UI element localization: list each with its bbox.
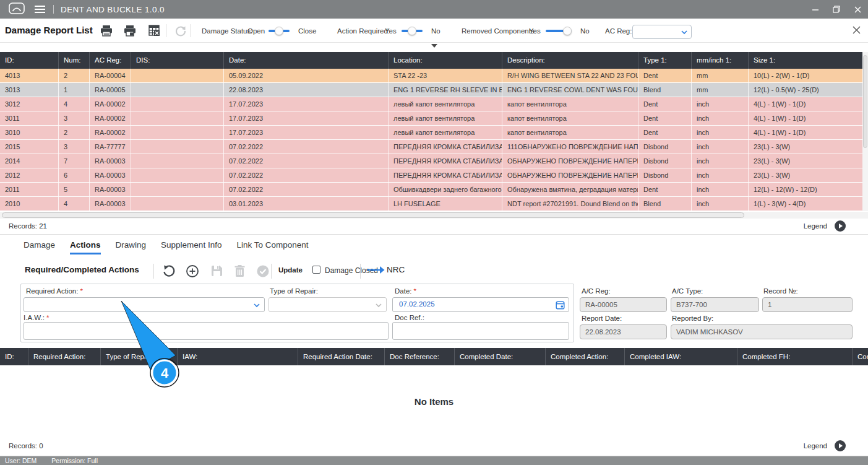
iaw-input[interactable]	[24, 322, 389, 340]
legend-toggle-icon[interactable]	[835, 440, 846, 451]
ac-reg-filter-select[interactable]	[632, 25, 692, 39]
table-cell: 07.02.2022	[224, 154, 389, 168]
table-row[interactable]: 40132RA-0000405.09.2022STA 22 -23R/H WIN…	[0, 69, 868, 83]
table-row[interactable]: 20115RA-0000307.02.2022Обшивкадвери задн…	[0, 183, 868, 197]
table-cell: 4(L) - 1(W) - 1(D)	[749, 111, 868, 125]
table-cell: ENG 1 REVERSE COWL DENT WAS FOUND	[502, 83, 638, 97]
table-row[interactable]: 30124RA-0000217.07.2023левый капот венти…	[0, 97, 868, 111]
table-row[interactable]: 20153RA-7777707.02.2022ПЕРЕДНЯЯ КРОМКА С…	[0, 140, 868, 154]
add-action-icon[interactable]	[186, 264, 199, 280]
legend-toggle-icon[interactable]	[835, 220, 846, 232]
table-cell: inch	[692, 97, 749, 111]
table-cell: inch	[692, 154, 749, 168]
table-cell: 3010	[0, 126, 59, 139]
minimize-button[interactable]	[805, 0, 826, 19]
record-no-field: 1	[762, 297, 853, 312]
app-title: DENT AND BUCKLE 1.0.0	[61, 5, 165, 14]
table-cell: RA-00002	[90, 97, 131, 111]
tab-link-to-component[interactable]: Link To Component	[236, 240, 308, 254]
table-cell: mm	[692, 83, 749, 97]
table-cell: RA-00003	[90, 183, 131, 196]
nrc-button[interactable]: NRC	[387, 265, 405, 274]
delete-icon[interactable]	[234, 264, 246, 280]
table-cell: inch	[692, 111, 749, 125]
tab-drawing[interactable]: Drawing	[116, 240, 147, 254]
table-cell	[131, 168, 224, 182]
table-cell: Disbond	[638, 168, 692, 182]
table-cell: Dent	[638, 183, 692, 196]
table-cell: левый капот вентилятора	[389, 126, 502, 139]
column-header: Location:	[389, 52, 502, 69]
undo-icon[interactable]	[162, 264, 176, 280]
removed-components-toggle[interactable]	[546, 30, 572, 32]
table-cell: 23(L) - 3(W)	[749, 154, 868, 168]
table-row[interactable]: 30102RA-0000217.07.2023левый капот венти…	[0, 126, 868, 140]
table-cell	[131, 83, 224, 97]
print-icon[interactable]	[100, 25, 113, 39]
complete-check-icon[interactable]	[256, 264, 270, 280]
tab-supplement-info[interactable]: Supplement Info	[161, 240, 221, 254]
column-header: Completed Date:	[455, 348, 546, 365]
ac-reg-label: A/C Reg:	[582, 287, 611, 295]
toolbar-divider	[271, 264, 272, 279]
tab-actions[interactable]: Actions	[70, 240, 101, 254]
table-cell: Обнаружена вмятина, деградация материала…	[502, 183, 638, 196]
type-of-repair-select[interactable]	[269, 297, 387, 312]
print-selected-icon[interactable]	[124, 25, 136, 39]
table-cell: 7	[59, 154, 90, 168]
column-header: Type of Repair:	[101, 348, 178, 365]
table-cell: 2012	[0, 168, 59, 182]
table-row[interactable]: 30131RA-0000522.08.2023ENG 1 REVERSE RH …	[0, 83, 868, 97]
tab-damage[interactable]: Damage	[24, 240, 55, 254]
close-panel-icon[interactable]	[853, 25, 861, 37]
collapse-panel-handle[interactable]	[431, 44, 437, 48]
action-required-toggle[interactable]	[402, 30, 423, 32]
nrc-arrow-icon[interactable]	[366, 265, 385, 277]
removed-components-label: Removed Components:	[462, 27, 536, 35]
table-cell: RA-00003	[90, 168, 131, 182]
table-cell: 3011	[0, 111, 59, 125]
table-cell	[131, 140, 224, 154]
table-cell: 3	[59, 140, 90, 154]
table-cell: ОБНАРУЖЕНО ПОВРЕЖДЕНИЕ НАПЕРЕЖНЕЙ...	[502, 168, 638, 182]
table-cell: RA-00002	[90, 126, 131, 139]
table-cell: 22.08.2023	[224, 83, 389, 97]
table-cell: 3012	[0, 97, 59, 111]
export-excel-icon[interactable]	[148, 25, 160, 39]
date-input[interactable]: 07.02.2025	[392, 297, 569, 312]
table-cell: RA-00005	[90, 83, 131, 97]
required-action-select[interactable]	[24, 297, 265, 312]
table-row[interactable]: 30113RA-0000217.07.2023левый капот венти…	[0, 111, 868, 126]
damage-table-footer: Records: 21 Legend	[0, 219, 868, 235]
table-cell: 2014	[0, 154, 59, 168]
calendar-icon[interactable]	[556, 300, 565, 310]
column-header: Doc Reference:	[385, 348, 455, 365]
toolbar-divider	[153, 264, 154, 279]
report-date-label: Report Date:	[582, 315, 622, 322]
table-row[interactable]: 20147RA-0000307.02.2022ПЕРЕДНЯЯ КРОМКА С…	[0, 154, 868, 168]
table-cell: Blend	[638, 197, 692, 211]
table-row[interactable]: 20126RA-0000307.02.2022ПЕРЕДНЯЯ КРОМКА С…	[0, 168, 868, 183]
update-button[interactable]: Update	[278, 266, 303, 274]
damage-closed-checkbox[interactable]	[312, 266, 320, 274]
damage-status-toggle[interactable]	[269, 30, 290, 32]
save-icon[interactable]	[210, 264, 223, 280]
status-permission: Permission: Full	[51, 457, 98, 464]
horizontal-scrollbar[interactable]	[0, 212, 868, 219]
close-window-button[interactable]	[847, 0, 868, 19]
refresh-list-icon[interactable]	[174, 25, 187, 40]
vertical-scrollbar[interactable]	[862, 52, 868, 211]
ac-reg-field: RA-00005	[580, 297, 667, 312]
doc-ref-input[interactable]	[392, 322, 569, 340]
table-cell: левый капот вентилятора	[389, 111, 502, 125]
table-row[interactable]: 20104RA-0000303.01.2023LH FUSELAGENDT re…	[0, 197, 868, 211]
chevron-down-icon	[254, 303, 260, 308]
table-cell: 5	[59, 183, 90, 196]
table-cell	[131, 69, 224, 82]
status-bar: User: DEM Permission: Full	[0, 456, 868, 465]
hamburger-menu-icon[interactable]	[35, 6, 45, 13]
table-cell: 17.07.2023	[224, 126, 389, 139]
restore-button[interactable]	[826, 0, 847, 19]
table-cell: ПЕРЕДНЯЯ КРОМКА СТАБИЛИЗАТОРА МЕЖДУ...	[389, 154, 502, 168]
table-cell: Blend	[638, 83, 692, 97]
